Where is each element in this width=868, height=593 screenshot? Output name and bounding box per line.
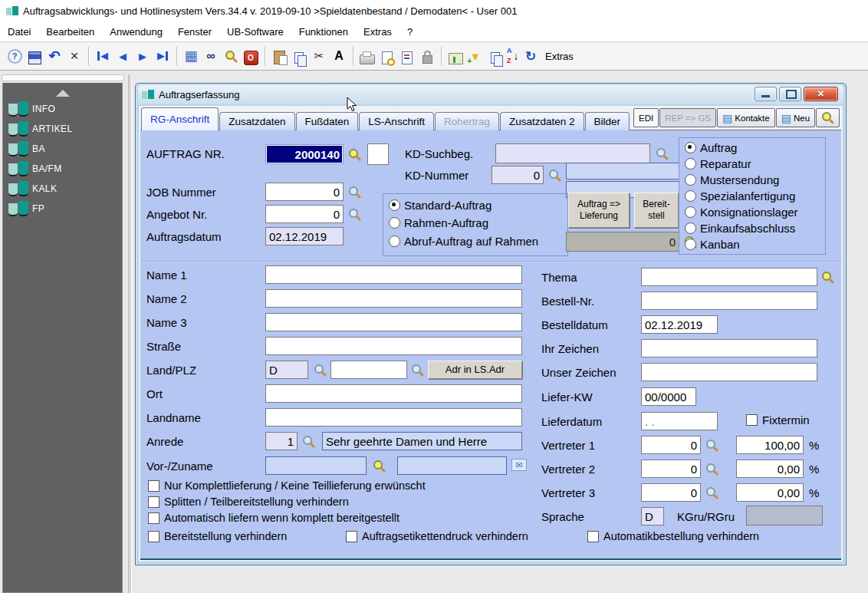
menu-funktionen[interactable]: Funktionen [291,26,356,38]
bereitstell-button[interactable]: Bereit- stell [634,193,679,228]
sort-az-icon[interactable]: ↓ [506,46,520,66]
auftrag-lieferung-button[interactable]: Auftrag => Lieferung [568,193,630,228]
thema-search-icon[interactable] [821,271,834,284]
bestell-nr-field[interactable] [641,292,817,310]
toolbar-extras-button[interactable]: Extras [545,51,574,62]
menu-datei[interactable]: Datei [0,26,38,38]
save-icon[interactable] [25,46,44,66]
ihr-zeichen-field[interactable] [641,339,817,357]
adr-in-ls-adr-button[interactable]: Adr in LS.Adr [428,361,522,379]
checkbox-etikettendruck-verhindern[interactable]: Auftragsetikettendruck verhindern [346,530,528,542]
copy-icon[interactable] [290,46,308,66]
sidebar-item-ba[interactable]: BA [8,141,122,156]
radio-einkaufsabschluss[interactable]: Einkaufsabschluss [685,222,795,235]
font-icon[interactable]: A [330,46,348,66]
nav-last-icon[interactable]: ▶ [153,46,172,66]
tab-zusatzdaten-2[interactable]: Zusatzdaten 2 [500,112,584,130]
tab-fussdaten[interactable]: Fußdaten [296,112,359,130]
kd-nummer-field[interactable]: 0 [492,166,544,184]
radio-abruf-auftrag[interactable]: Abruf-Auftrag auf Rahmen [389,235,538,248]
land-search-icon[interactable] [314,364,327,377]
radio-konsignationslager[interactable]: Konsignationslager [685,206,798,219]
radio-auftrag[interactable]: Auftrag [685,141,737,154]
thema-field[interactable] [641,268,817,286]
auftrag-nr-field[interactable]: 2000140 [265,144,344,164]
radio-mustersendung[interactable]: Mustersendung [685,173,779,186]
vorname-field[interactable] [265,456,367,475]
search-icon[interactable] [222,46,240,66]
copy-pages-icon[interactable] [486,46,505,66]
liefer-kw-field[interactable]: 00/0000 [641,387,696,406]
angebot-nr-field[interactable]: 0 [265,205,344,223]
vertreter2-pct-field[interactable]: 0,00 [736,460,804,478]
radio-reparatur[interactable]: Reparatur [685,157,751,170]
landname-field[interactable] [265,408,522,427]
window-titlebar[interactable]: Auftragserfassung [138,85,843,104]
nav-first-icon[interactable]: ◀ [94,46,112,66]
kd-info-field-1[interactable] [566,163,679,180]
checkbox-bereitstellung-verhindern[interactable]: Bereitstellung verhindern [148,530,287,542]
angebot-nr-search-icon[interactable] [348,208,361,221]
abruf-nummer-field[interactable]: 0 [566,232,679,252]
sidebar-item-kalk[interactable]: KALK [8,181,122,196]
vertreter2-search-icon[interactable] [705,463,718,476]
plz-search-icon[interactable] [411,364,424,377]
name1-field[interactable] [265,265,522,284]
find-icon[interactable]: ∞ [202,46,220,66]
edi-button[interactable]: EDI [633,108,659,127]
cut-icon[interactable]: ✂ [310,46,328,66]
menu-help[interactable]: ? [399,26,420,38]
kd-suchbeg-field[interactable] [495,143,650,163]
auftrag-nr-search-icon[interactable] [348,148,361,161]
job-nummer-field[interactable]: 0 [265,183,344,201]
power-icon[interactable]: O [242,46,260,66]
radio-standard-auftrag[interactable]: Standard-Auftrag [389,199,492,212]
sidebar-item-artikel[interactable]: ARTIKEL [8,121,122,137]
picture-icon[interactable] [446,46,465,66]
bestelldatum-field[interactable]: 02.12.2019 [641,315,718,334]
anrede-code-field[interactable]: 1 [265,432,298,450]
kd-suchbeg-search-icon[interactable] [656,147,669,160]
close-button[interactable] [804,87,838,101]
tab-rohertrag[interactable]: Rohertrag [435,112,499,130]
tab-rg-anschrift[interactable]: RG-Anschrift [141,107,219,130]
email-icon[interactable]: ✉ [511,459,527,471]
sidebar-collapse-arrow[interactable] [56,90,70,97]
rep-gs-button[interactable]: REP => GS [659,108,716,127]
refresh-icon[interactable]: ↻ [521,46,540,66]
radio-kanban[interactable]: Kanban [685,238,740,251]
auftrag-flag-field[interactable] [367,143,389,165]
menu-ub-software[interactable]: UB-Software [219,26,291,38]
checkbox-splitten[interactable]: Splitten / Teilbereitstellung verhindern [148,496,349,508]
sidebar-splitter[interactable] [2,74,124,81]
kontakte-button[interactable]: ▤ Kontakte [717,108,775,127]
anrede-text-field[interactable]: Sehr geehrte Damen und Herre [322,432,522,450]
maximize-button[interactable] [779,87,801,101]
lock-icon[interactable] [418,46,436,66]
unser-zeichen-field[interactable] [641,363,817,381]
help-icon[interactable]: ? [5,46,24,66]
radio-spezialanfertigung[interactable]: Spezialanfertigung [685,189,795,203]
vertreter3-pct-field[interactable]: 0,00 [736,483,804,502]
menu-anwendung[interactable]: Anwendung [102,26,170,38]
neu-button[interactable]: ▤ Neu [776,108,815,127]
tab-zusatzdaten[interactable]: Zusatzdaten [219,112,294,130]
vertreter1-pct-field[interactable]: 100,00 [736,436,804,454]
radio-rahmen-auftrag[interactable]: Rahmen-Auftrag [389,216,488,229]
document-icon[interactable] [398,46,416,66]
checkbox-komplettlieferung[interactable]: Nur Komplettlieferung / Keine Teilliefer… [148,479,426,492]
filter-icon[interactable]: ▼+ [466,46,485,66]
tab-ls-anschrift[interactable]: LS-Anschrift [359,112,434,130]
preview-button[interactable] [816,108,840,127]
vor-zuname-search-icon[interactable] [373,460,386,473]
print-preview-icon[interactable] [378,46,396,66]
menu-bearbeiten[interactable]: Bearbeiten [38,26,102,38]
menu-extras[interactable]: Extras [356,26,399,38]
auftragsdatum-field[interactable]: 02.12.2019 [265,227,344,245]
tab-bilder[interactable]: Bilder [585,112,630,130]
job-nummer-search-icon[interactable] [348,186,361,199]
checkbox-automatikbestellung-verhindern[interactable]: Automatikbestellung verhindern [587,530,759,542]
sidebar-item-info[interactable]: INFO [8,101,122,117]
delete-icon[interactable]: × [65,46,84,66]
nav-prev-icon[interactable]: ◀ [113,46,132,66]
